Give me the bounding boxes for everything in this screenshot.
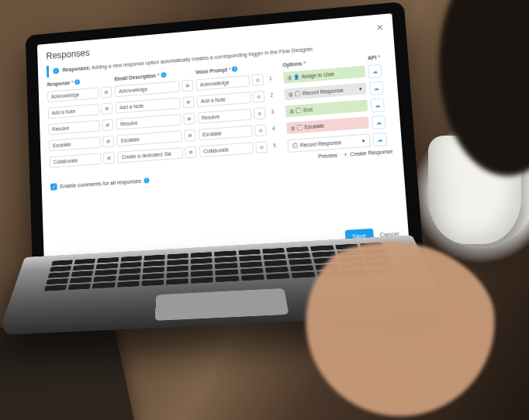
response-input[interactable]: Add a Note xyxy=(48,104,100,119)
create-response-button[interactable]: +Create Response xyxy=(344,149,393,157)
enable-comments-label: Enable comments for all responses xyxy=(60,178,141,189)
translate-icon[interactable]: ⇄ xyxy=(103,136,115,148)
option-end[interactable]: ⇶💬End xyxy=(285,99,368,117)
share-icon: ⇶ xyxy=(289,108,293,114)
translate-icon[interactable]: ⇄ xyxy=(183,112,195,125)
response-input[interactable]: Escalate xyxy=(49,136,101,151)
option-escalate[interactable]: ⇶💬Escalate xyxy=(286,116,369,134)
translate-icon[interactable]: ⇄ xyxy=(182,96,194,108)
close-icon[interactable]: ✕ xyxy=(376,22,384,33)
translate-icon[interactable]: ⇄ xyxy=(182,80,193,92)
email-input[interactable]: Create a dedicated Sla xyxy=(118,147,183,164)
api-button[interactable]: ☁ xyxy=(372,115,386,129)
gear-icon[interactable]: ⚙ xyxy=(254,107,266,119)
laptop-screen: Responses ✕ i Responses: Adding a new re… xyxy=(37,13,410,268)
voice-input[interactable]: Resolve xyxy=(198,108,252,124)
api-button[interactable]: ☁ xyxy=(371,98,386,112)
plus-icon: + xyxy=(344,152,348,157)
info-icon[interactable]: i xyxy=(144,177,150,183)
info-icon[interactable]: i xyxy=(161,72,166,77)
info-label: Responses: xyxy=(62,65,90,73)
gear-icon[interactable]: ⚙ xyxy=(253,91,265,103)
row-number: 1 xyxy=(266,73,275,84)
option-record-response[interactable]: ⇶💬Record Response▾ xyxy=(284,82,367,100)
share-icon: ⇶ xyxy=(290,125,294,130)
row-number: 2 xyxy=(268,90,276,101)
person-prop xyxy=(428,0,529,194)
voice-input[interactable]: Escalate xyxy=(199,126,253,141)
translate-icon[interactable]: ⇄ xyxy=(102,102,113,115)
option-record-response[interactable]: 💬Record Response▾ xyxy=(287,133,371,153)
email-input[interactable]: Escalate xyxy=(117,130,182,146)
email-input[interactable]: Resolve xyxy=(116,114,182,130)
chat-icon: 💬 xyxy=(296,125,303,130)
api-button[interactable]: ☁ xyxy=(369,81,384,95)
scene: Responses ✕ i Responses: Adding a new re… xyxy=(0,0,529,420)
info-icon[interactable]: i xyxy=(74,79,80,84)
chat-icon: 💬 xyxy=(292,143,299,148)
trackpad xyxy=(155,288,289,321)
row-number: 5 xyxy=(271,140,279,151)
user-icon: 👤 xyxy=(293,74,299,80)
row-number: 3 xyxy=(268,106,277,117)
chat-icon: 💬 xyxy=(296,108,301,113)
translate-icon[interactable]: ⇄ xyxy=(102,119,114,132)
email-input[interactable]: Add a Note xyxy=(116,97,181,113)
chevron-down-icon: ▾ xyxy=(362,137,366,143)
voice-input[interactable]: Collaborate xyxy=(199,142,254,157)
translate-icon[interactable]: ⇄ xyxy=(184,129,195,142)
option-assign-to-user[interactable]: ⇶👤Assign to User xyxy=(283,66,366,84)
api-button[interactable]: ☁ xyxy=(373,133,388,146)
info-icon[interactable]: i xyxy=(232,66,237,71)
chevron-down-icon: ▾ xyxy=(359,85,363,91)
translate-icon[interactable]: ⇄ xyxy=(103,152,115,164)
response-input[interactable]: Resolve xyxy=(48,120,100,135)
response-input[interactable]: Collaborate xyxy=(50,153,102,167)
voice-input[interactable]: Acknowledge xyxy=(195,75,250,91)
hand-prop xyxy=(281,242,498,420)
response-input[interactable]: Acknowledge xyxy=(47,88,99,103)
translate-icon[interactable]: ⇄ xyxy=(185,146,196,159)
api-button[interactable]: ☁ xyxy=(368,64,383,78)
gear-icon[interactable]: ⚙ xyxy=(256,141,268,153)
gear-icon[interactable]: ⚙ xyxy=(254,124,267,136)
responses-modal: Responses ✕ i Responses: Adding a new re… xyxy=(37,13,410,268)
col-api: API* xyxy=(368,54,386,63)
preview-button[interactable]: Preview xyxy=(318,153,337,160)
gear-icon[interactable]: ⚙ xyxy=(252,74,264,86)
share-icon: ⇶ xyxy=(289,91,292,97)
modal-title: Responses xyxy=(46,47,90,61)
info-icon: i xyxy=(53,67,59,74)
voice-input[interactable]: Add a Note xyxy=(197,91,251,107)
chat-icon: 💬 xyxy=(295,91,300,96)
row-number: 4 xyxy=(269,123,278,134)
share-icon: ⇶ xyxy=(287,74,291,80)
translate-icon[interactable]: ⇄ xyxy=(101,86,112,98)
enable-comments-checkbox[interactable] xyxy=(50,183,57,190)
email-input[interactable]: Acknowledge xyxy=(115,81,180,97)
